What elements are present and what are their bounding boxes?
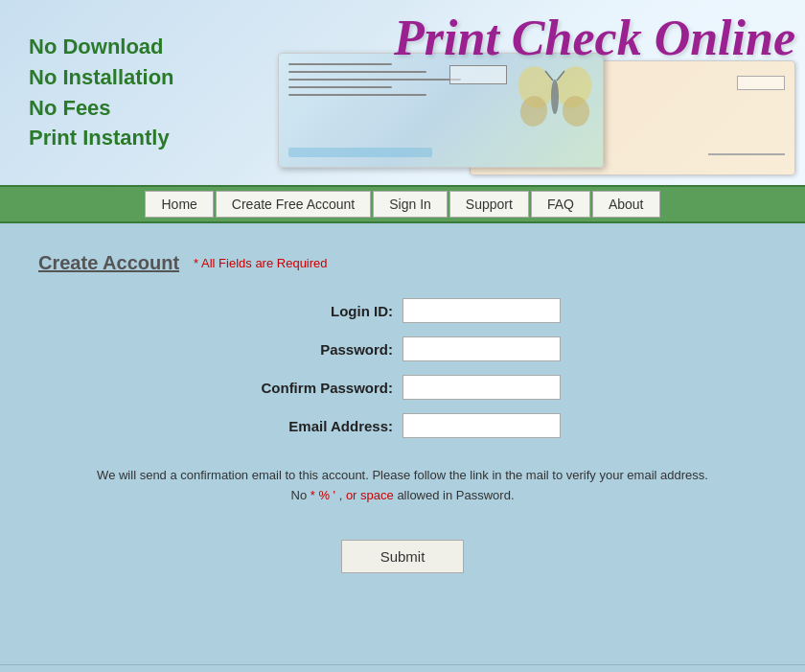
info-text: We will send a confirmation email to thi…: [97, 466, 708, 506]
form-header: Create Account * All Fields are Required: [38, 252, 767, 274]
password-label: Password:: [244, 341, 402, 358]
submit-container: Submit: [341, 540, 465, 573]
check-lines: [288, 63, 461, 102]
required-note: * All Fields are Required: [194, 256, 327, 270]
login-id-label: Login ID:: [244, 303, 402, 319]
email-row: Email Address:: [244, 413, 561, 438]
submit-button[interactable]: Submit: [341, 540, 465, 573]
email-input[interactable]: [402, 413, 561, 438]
info-text-line1: We will send a confirmation email to thi…: [97, 468, 708, 482]
butterfly-icon: [517, 63, 593, 130]
header-right: Print Check Online: [249, 0, 805, 185]
nav-sign-in[interactable]: Sign In: [373, 191, 448, 218]
info-text-restricted: * % ' , or space: [310, 488, 394, 502]
check-amount-box: [449, 65, 507, 84]
form-fields: Login ID: Password: Confirm Password: Em…: [244, 298, 561, 452]
nav-about[interactable]: About: [592, 191, 660, 218]
check-front: [278, 53, 604, 168]
password-input[interactable]: [402, 336, 561, 361]
info-text-line2-prefix: No: [291, 488, 310, 502]
header-tagline: No Download No Installation No Fees Prin…: [0, 12, 203, 174]
info-text-line2-suffix: allowed in Password.: [394, 488, 515, 502]
nav-faq[interactable]: FAQ: [531, 191, 590, 218]
nav-create-free-account[interactable]: Create Free Account: [216, 191, 371, 218]
password-row: Password:: [244, 336, 561, 361]
login-id-row: Login ID:: [244, 298, 561, 323]
tagline-line4: Print Instantly: [29, 123, 174, 153]
login-id-input[interactable]: [402, 298, 561, 323]
confirm-password-label: Confirm Password:: [244, 380, 402, 396]
tagline-line3: No Fees: [29, 93, 174, 124]
form-container: Login ID: Password: Confirm Password: Em…: [38, 298, 767, 573]
check-images: [278, 53, 795, 177]
logo-title: Print Check Online: [394, 10, 795, 66]
email-label: Email Address:: [244, 418, 402, 434]
confirm-password-row: Confirm Password:: [244, 375, 561, 400]
nav-support[interactable]: Support: [449, 191, 529, 218]
main-content: Create Account * All Fields are Required…: [0, 223, 805, 664]
svg-point-4: [551, 80, 559, 114]
tagline-line1: No Download: [29, 32, 174, 62]
confirm-password-input[interactable]: [402, 375, 561, 400]
header: No Download No Installation No Fees Prin…: [0, 0, 805, 185]
form-title: Create Account: [38, 252, 179, 274]
tagline-line2: No Installation: [29, 62, 174, 93]
navigation: Home Create Free Account Sign In Support…: [0, 185, 805, 223]
footer: © 2021 PrintCheckOnline.com SECURED BY R…: [0, 664, 805, 672]
nav-home[interactable]: Home: [145, 191, 213, 218]
